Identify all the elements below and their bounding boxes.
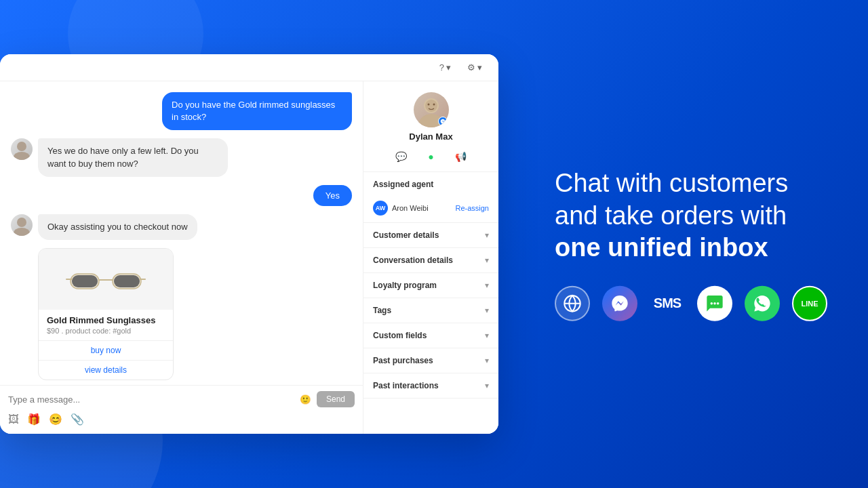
conversation-details-section: Conversation details ▾ [363,248,498,273]
marketing-title: Chat with customers and take orders with… [555,167,827,264]
emoji2-button[interactable]: 😊 [49,413,62,426]
right-panel: Dylan Max 💬 ● 📢 Assigned agent [363,81,498,434]
past-purchases-header[interactable]: Past purchases ▾ [363,348,498,373]
chevron-down-icon: ▾ [485,356,489,365]
svg-point-15 [433,104,435,106]
sms-icon: SMS [650,285,685,321]
view-details-button[interactable]: view details [39,361,173,380]
send-button[interactable]: Send [317,391,355,407]
past-purchases-section: Past purchases ▾ [363,348,498,373]
svg-rect-5 [72,275,98,287]
chevron-down-icon: ▾ [485,230,489,240]
quick-reply-yes[interactable]: Yes [313,185,352,206]
line-icon: LINE [792,285,827,321]
chevron-down-icon: ▾ [485,281,489,290]
message-input[interactable] [8,394,294,405]
incoming-bubble-2: Okay assisting you to checkout now [38,214,197,240]
gift-button[interactable]: 🎁 [27,413,41,426]
past-purchases-label: Past purchases [373,356,433,365]
emoji2-icon: 😊 [49,413,62,425]
avatar [11,138,33,160]
attach-button[interactable]: 📎 [71,413,84,426]
conversation-details-header[interactable]: Conversation details ▾ [363,248,498,272]
assigned-agent-label: Assigned agent [373,180,433,189]
attach-icon: 📎 [71,413,84,425]
avatar [11,214,33,236]
contact-name: Dylan Max [409,131,452,142]
contact-avatar [414,92,449,127]
custom-fields-label: Custom fields [373,331,427,340]
contact-header: Dylan Max 💬 ● 📢 [363,81,498,172]
svg-point-1 [14,152,30,160]
loyalty-program-label: Loyalty program [373,281,437,290]
help-icon: ? [439,62,444,73]
svg-point-18 [711,302,713,305]
assigned-agent-section: Assigned agent AW Aron Weibi Re-assign [363,172,498,223]
svg-point-0 [17,142,26,151]
sunglasses-illustration [65,260,146,298]
chevron-down-icon: ▾ [485,331,489,340]
message-input-area: 🙂 Send 🖼 🎁 😊 📎 [0,385,363,434]
chevron-down-icon: ▾ [485,381,489,390]
svg-point-19 [713,302,716,305]
product-info: Gold Rimmed Sunglasses $90 . product cod… [39,310,173,340]
message-row: Okay assisting you to checkout now [11,214,352,240]
marketing-section: Chat with customers and take orders with… [555,167,827,321]
agent-avatar: AW [373,201,388,216]
svg-point-14 [427,104,429,106]
chat-window: ? ▾ ⚙ ▾ Do you have the Gold rimmed sung… [0,54,498,434]
help-button[interactable]: ? ▾ [434,60,456,75]
message-row: Do you have the Gold rimmed sunglasses i… [11,92,352,130]
phone-icon: ● [428,151,433,162]
tags-header[interactable]: Tags ▾ [363,298,498,323]
custom-fields-header[interactable]: Custom fields ▾ [363,323,498,348]
gift-icon: 🎁 [27,413,41,425]
product-card-row: Gold Rimmed Sunglasses $90 . product cod… [11,248,352,380]
settings-button[interactable]: ⚙ ▾ [462,60,488,75]
emoji-icon: 🙂 [300,394,311,405]
messenger-badge [438,117,448,126]
agent-name: Aron Weibi [392,204,429,212]
messages-container: Do you have the Gold rimmed sunglasses i… [0,81,363,385]
chat-body: Do you have the Gold rimmed sunglasses i… [0,81,498,434]
svg-point-13 [425,100,437,112]
contact-icons: 💬 ● 📢 [392,147,471,166]
assigned-agent-header[interactable]: Assigned agent [363,172,498,197]
reassign-button[interactable]: Re-assign [455,204,489,212]
past-interactions-label: Past interactions [373,381,439,390]
emoji-button[interactable]: 🙂 [300,394,311,405]
image-icon: 🖼 [8,413,19,425]
whatsapp-icon [745,285,780,321]
settings-chevron: ▾ [477,62,482,73]
chevron-down-icon: ▾ [485,256,489,265]
buy-now-button[interactable]: buy now [39,341,173,361]
custom-fields-section: Custom fields ▾ [363,323,498,348]
customer-details-header[interactable]: Customer details ▾ [363,223,498,247]
svg-rect-7 [114,275,140,287]
customer-details-label: Customer details [373,230,439,240]
image-button[interactable]: 🖼 [8,413,19,426]
help-chevron: ▾ [446,62,451,73]
phone-icon-btn[interactable]: ● [422,147,441,166]
product-actions: buy now view details [39,340,173,380]
chat-toolbar: ? ▾ ⚙ ▾ [0,54,498,81]
megaphone-icon-btn[interactable]: 📢 [452,147,471,166]
conversation-details-label: Conversation details [373,256,453,265]
chat-icon-btn[interactable]: 💬 [392,147,411,166]
message-row: Yes we do have only a few left. Do you w… [11,138,352,176]
input-row: 🙂 Send [8,391,355,407]
past-interactions-section: Past interactions ▾ [363,373,498,399]
chat-icon: 💬 [395,151,407,162]
loyalty-program-header[interactable]: Loyalty program ▾ [363,273,498,298]
chat-area: Do you have the Gold rimmed sunglasses i… [0,81,363,434]
agent-row: AW Aron Weibi Re-assign [363,197,498,222]
svg-point-3 [14,228,30,236]
imessage-icon [697,285,732,321]
agent-info: AW Aron Weibi [373,201,429,216]
past-interactions-header[interactable]: Past interactions ▾ [363,373,498,398]
tags-label: Tags [373,306,391,315]
messenger-icon [602,285,637,321]
message-row: Yes [11,185,352,206]
channel-icons: SMS LINE [555,285,827,321]
tags-section: Tags ▾ [363,298,498,323]
